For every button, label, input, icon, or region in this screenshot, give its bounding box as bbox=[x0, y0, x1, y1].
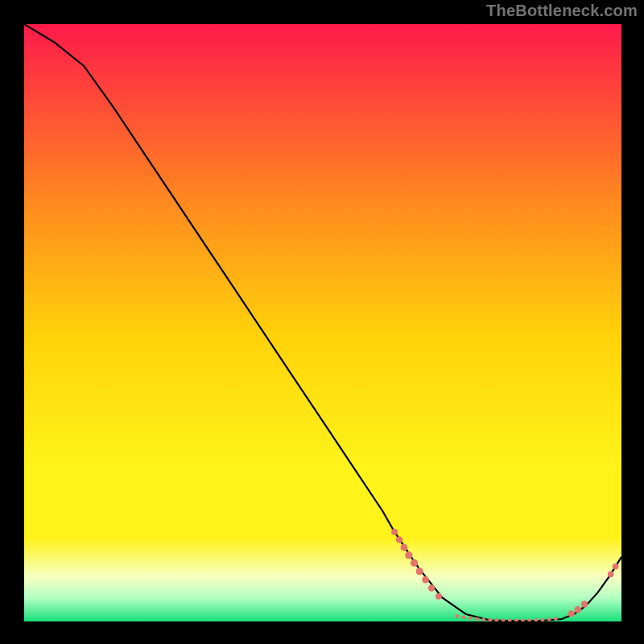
watermark-text: TheBottleneck.com bbox=[486, 2, 638, 20]
marker-dot bbox=[481, 617, 485, 621]
marker-dot bbox=[488, 618, 492, 621]
marker-dot bbox=[508, 618, 512, 621]
marker-dot bbox=[521, 619, 525, 621]
marker-dot bbox=[547, 617, 551, 621]
bottleneck-curve bbox=[24, 24, 621, 621]
marker-dot bbox=[613, 564, 619, 570]
marker-dot bbox=[469, 617, 473, 621]
chart-svg bbox=[24, 24, 621, 621]
marker-dot bbox=[534, 618, 538, 621]
marker-dot bbox=[422, 576, 429, 584]
marker-dot bbox=[541, 618, 545, 621]
marker-dot bbox=[391, 529, 398, 535]
marker-dot bbox=[396, 536, 402, 543]
marker-dot bbox=[428, 584, 435, 591]
marker-dot bbox=[554, 617, 558, 621]
marker-dot bbox=[416, 568, 423, 575]
marker-dot bbox=[405, 551, 412, 559]
marker-dot bbox=[411, 559, 418, 567]
marker-dot bbox=[527, 618, 531, 621]
marker-dot bbox=[502, 618, 506, 621]
marker-dot bbox=[575, 606, 581, 613]
marker-dot bbox=[401, 544, 408, 551]
marker-dot bbox=[456, 614, 460, 618]
chart-frame: TheBottleneck.com bbox=[0, 0, 644, 644]
marker-dot bbox=[568, 610, 575, 617]
marker-dot bbox=[608, 572, 614, 578]
marker-dot bbox=[436, 593, 442, 600]
marker-dot bbox=[581, 601, 588, 608]
marker-dot bbox=[462, 615, 466, 619]
plot-area bbox=[24, 24, 621, 621]
marker-dot bbox=[495, 618, 499, 621]
marker-dot bbox=[514, 619, 518, 621]
marker-dot bbox=[475, 617, 479, 621]
